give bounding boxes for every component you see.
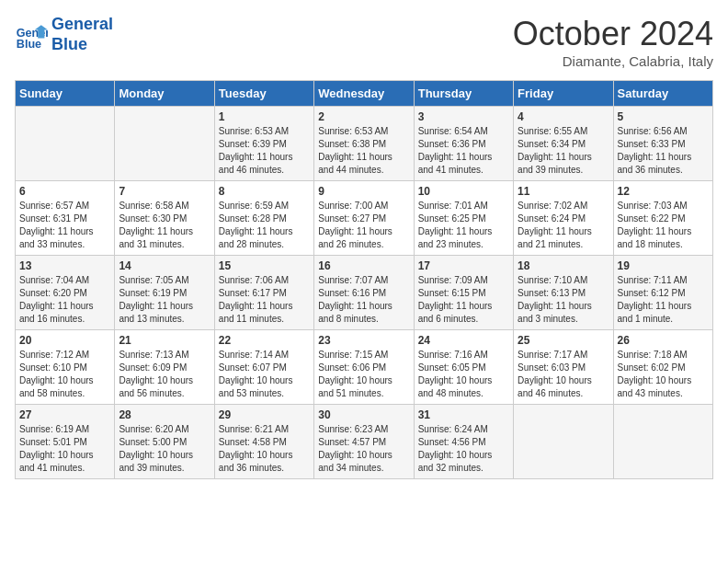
day-info: Sunrise: 7:03 AM Sunset: 6:22 PM Dayligh… [618,200,709,251]
week-row-3: 13Sunrise: 7:04 AM Sunset: 6:20 PM Dayli… [16,256,713,330]
day-info: Sunrise: 7:14 AM Sunset: 6:07 PM Dayligh… [219,349,310,400]
day-number: 3 [418,110,509,123]
calendar-cell: 31Sunrise: 6:24 AM Sunset: 4:56 PM Dayli… [414,405,513,479]
day-info: Sunrise: 7:07 AM Sunset: 6:16 PM Dayligh… [318,274,409,326]
day-number: 1 [219,110,310,123]
calendar-cell: 1Sunrise: 6:53 AM Sunset: 6:39 PM Daylig… [214,107,313,181]
title-block: October 2024 Diamante, Calabria, Italy [513,15,713,69]
day-number: 4 [518,110,609,123]
calendar-cell: 26Sunrise: 7:18 AM Sunset: 6:02 PM Dayli… [613,330,712,405]
day-info: Sunrise: 6:56 AM Sunset: 6:33 PM Dayligh… [618,125,709,177]
calendar-cell: 10Sunrise: 7:01 AM Sunset: 6:25 PM Dayli… [414,181,513,256]
calendar-cell: 21Sunrise: 7:13 AM Sunset: 6:09 PM Dayli… [115,330,214,405]
calendar-cell [115,107,214,181]
day-info: Sunrise: 6:53 AM Sunset: 6:38 PM Dayligh… [318,125,409,177]
day-number: 10 [418,185,509,198]
day-info: Sunrise: 6:23 AM Sunset: 4:57 PM Dayligh… [318,423,409,475]
calendar-cell: 2Sunrise: 6:53 AM Sunset: 6:38 PM Daylig… [314,107,414,181]
day-number: 25 [518,334,609,347]
calendar-cell: 3Sunrise: 6:54 AM Sunset: 6:36 PM Daylig… [414,107,513,181]
day-info: Sunrise: 6:19 AM Sunset: 5:01 PM Dayligh… [19,423,110,475]
svg-text:Blue: Blue [17,38,41,51]
day-info: Sunrise: 7:01 AM Sunset: 6:25 PM Dayligh… [418,200,509,251]
day-number: 17 [418,259,509,272]
calendar-cell: 16Sunrise: 7:07 AM Sunset: 6:16 PM Dayli… [314,256,414,330]
calendar-cell: 13Sunrise: 7:04 AM Sunset: 6:20 PM Dayli… [16,256,115,330]
logo: General Blue General Blue [15,15,113,54]
calendar-cell: 17Sunrise: 7:09 AM Sunset: 6:15 PM Dayli… [414,256,513,330]
page-header: General Blue General Blue October 2024 D… [15,15,713,69]
calendar-cell: 28Sunrise: 6:20 AM Sunset: 5:00 PM Dayli… [115,405,214,479]
day-number: 8 [219,185,310,198]
day-number: 30 [318,408,409,421]
day-header-wednesday: Wednesday [314,81,414,107]
calendar-cell [514,405,613,479]
day-info: Sunrise: 7:13 AM Sunset: 6:09 PM Dayligh… [119,349,210,400]
day-number: 5 [618,110,709,123]
day-info: Sunrise: 7:06 AM Sunset: 6:17 PM Dayligh… [219,274,310,326]
day-number: 21 [119,334,210,347]
day-info: Sunrise: 7:11 AM Sunset: 6:12 PM Dayligh… [618,274,709,326]
calendar-cell: 4Sunrise: 6:55 AM Sunset: 6:34 PM Daylig… [514,107,613,181]
day-number: 13 [19,259,110,272]
day-number: 20 [19,334,110,347]
day-info: Sunrise: 7:17 AM Sunset: 6:03 PM Dayligh… [518,349,609,400]
calendar-cell: 8Sunrise: 6:59 AM Sunset: 6:28 PM Daylig… [214,181,313,256]
day-number: 22 [219,334,310,347]
day-info: Sunrise: 6:57 AM Sunset: 6:31 PM Dayligh… [19,200,110,251]
day-header-friday: Friday [514,81,613,107]
calendar-cell: 25Sunrise: 7:17 AM Sunset: 6:03 PM Dayli… [514,330,613,405]
calendar-cell: 24Sunrise: 7:16 AM Sunset: 6:05 PM Dayli… [414,330,513,405]
day-number: 23 [318,334,409,347]
day-number: 16 [318,259,409,272]
day-header-monday: Monday [115,81,214,107]
day-header-saturday: Saturday [613,81,712,107]
day-info: Sunrise: 6:55 AM Sunset: 6:34 PM Dayligh… [518,125,609,177]
week-row-4: 20Sunrise: 7:12 AM Sunset: 6:10 PM Dayli… [16,330,713,405]
day-info: Sunrise: 7:10 AM Sunset: 6:13 PM Dayligh… [518,274,609,326]
day-info: Sunrise: 7:05 AM Sunset: 6:19 PM Dayligh… [119,274,210,326]
logo-line2: Blue [51,35,87,53]
calendar-cell: 18Sunrise: 7:10 AM Sunset: 6:13 PM Dayli… [514,256,613,330]
logo-text: General Blue [51,15,113,54]
day-info: Sunrise: 7:12 AM Sunset: 6:10 PM Dayligh… [19,349,110,400]
day-info: Sunrise: 6:20 AM Sunset: 5:00 PM Dayligh… [119,423,210,475]
day-number: 15 [219,259,310,272]
day-number: 28 [119,408,210,421]
calendar-cell: 9Sunrise: 7:00 AM Sunset: 6:27 PM Daylig… [314,181,414,256]
calendar-cell [613,405,712,479]
week-row-5: 27Sunrise: 6:19 AM Sunset: 5:01 PM Dayli… [16,405,713,479]
location: Diamante, Calabria, Italy [513,53,713,69]
day-header-thursday: Thursday [414,81,513,107]
calendar-cell: 22Sunrise: 7:14 AM Sunset: 6:07 PM Dayli… [214,330,313,405]
day-info: Sunrise: 6:54 AM Sunset: 6:36 PM Dayligh… [418,125,509,177]
day-number: 12 [618,185,709,198]
day-number: 7 [119,185,210,198]
day-number: 26 [618,334,709,347]
day-number: 6 [19,185,110,198]
calendar-cell: 23Sunrise: 7:15 AM Sunset: 6:06 PM Dayli… [314,330,414,405]
day-info: Sunrise: 7:09 AM Sunset: 6:15 PM Dayligh… [418,274,509,326]
calendar-cell [16,107,115,181]
calendar-cell: 6Sunrise: 6:57 AM Sunset: 6:31 PM Daylig… [16,181,115,256]
calendar-cell: 12Sunrise: 7:03 AM Sunset: 6:22 PM Dayli… [613,181,712,256]
calendar-cell: 15Sunrise: 7:06 AM Sunset: 6:17 PM Dayli… [214,256,313,330]
day-info: Sunrise: 6:58 AM Sunset: 6:30 PM Dayligh… [119,200,210,251]
calendar-cell: 5Sunrise: 6:56 AM Sunset: 6:33 PM Daylig… [613,107,712,181]
day-number: 27 [19,408,110,421]
day-number: 19 [618,259,709,272]
day-info: Sunrise: 6:24 AM Sunset: 4:56 PM Dayligh… [418,423,509,475]
day-info: Sunrise: 6:59 AM Sunset: 6:28 PM Dayligh… [219,200,310,251]
calendar-cell: 14Sunrise: 7:05 AM Sunset: 6:19 PM Dayli… [115,256,214,330]
logo-line1: General [51,15,113,33]
header-row: SundayMondayTuesdayWednesdayThursdayFrid… [16,81,713,107]
calendar-cell: 7Sunrise: 6:58 AM Sunset: 6:30 PM Daylig… [115,181,214,256]
month-title: October 2024 [513,15,713,53]
logo-icon: General Blue [15,18,48,52]
day-number: 24 [418,334,509,347]
day-info: Sunrise: 7:00 AM Sunset: 6:27 PM Dayligh… [318,200,409,251]
day-info: Sunrise: 7:02 AM Sunset: 6:24 PM Dayligh… [518,200,609,251]
day-number: 14 [119,259,210,272]
day-header-tuesday: Tuesday [214,81,313,107]
calendar-cell: 19Sunrise: 7:11 AM Sunset: 6:12 PM Dayli… [613,256,712,330]
